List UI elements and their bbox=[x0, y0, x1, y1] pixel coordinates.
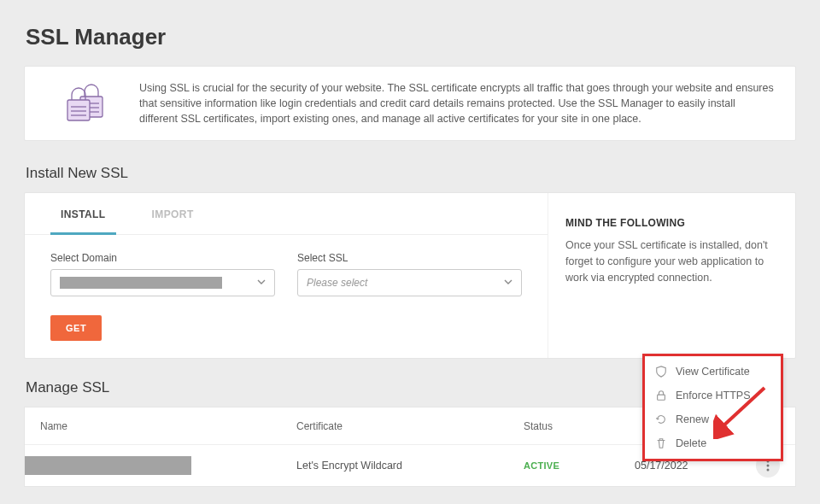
ssl-lock-icon bbox=[38, 81, 108, 126]
row-name-redacted bbox=[25, 456, 191, 475]
svg-rect-11 bbox=[658, 395, 665, 400]
domain-select[interactable] bbox=[50, 269, 275, 296]
row-certificate: Let's Encrypt Wildcard bbox=[296, 460, 524, 472]
menu-view-certificate[interactable]: View Certificate bbox=[645, 360, 781, 384]
sidebar-title: MIND THE FOLLOWING bbox=[565, 217, 773, 229]
col-name: Name bbox=[40, 420, 296, 432]
trash-icon bbox=[655, 437, 667, 449]
status-badge: ACTIVE bbox=[524, 460, 635, 471]
domain-value-redacted bbox=[60, 277, 222, 289]
menu-delete[interactable]: Delete bbox=[645, 431, 781, 455]
menu-enforce-https[interactable]: Enforce HTTPS bbox=[645, 384, 781, 407]
install-card: INSTALL IMPORT Select Domain Select SSL … bbox=[24, 192, 796, 359]
intro-text: Using SSL is crucial for the security of… bbox=[139, 80, 775, 126]
lock-icon bbox=[655, 390, 667, 401]
ssl-placeholder: Please select bbox=[307, 277, 367, 289]
menu-label: Delete bbox=[676, 437, 706, 449]
menu-renew[interactable]: Renew bbox=[645, 407, 781, 431]
row-expires: 05/17/2022 bbox=[635, 460, 737, 472]
install-section-title: Install New SSL bbox=[2, 165, 818, 192]
page-title: SSL Manager bbox=[2, 0, 818, 66]
row-actions-menu: View Certificate Enforce HTTPS Renew Del… bbox=[642, 354, 783, 461]
svg-rect-4 bbox=[67, 100, 90, 120]
ssl-label: Select SSL bbox=[297, 252, 522, 264]
tab-install[interactable]: INSTALL bbox=[50, 193, 116, 235]
install-tabs: INSTALL IMPORT bbox=[25, 193, 548, 235]
ssl-select[interactable]: Please select bbox=[297, 269, 522, 296]
svg-point-9 bbox=[767, 465, 770, 467]
get-button[interactable]: GET bbox=[50, 315, 102, 341]
chevron-down-icon bbox=[257, 278, 266, 288]
domain-label: Select Domain bbox=[50, 252, 275, 264]
shield-icon bbox=[655, 366, 667, 378]
refresh-icon bbox=[655, 413, 667, 425]
svg-point-10 bbox=[767, 469, 770, 472]
chevron-down-icon bbox=[504, 278, 512, 288]
sidebar-text: Once your SSL certificate is installed, … bbox=[565, 237, 773, 285]
menu-label: Enforce HTTPS bbox=[676, 390, 751, 401]
col-certificate: Certificate bbox=[296, 420, 524, 432]
tab-import[interactable]: IMPORT bbox=[142, 193, 204, 234]
menu-label: View Certificate bbox=[676, 366, 750, 378]
col-status: Status bbox=[524, 420, 635, 432]
intro-card: Using SSL is crucial for the security of… bbox=[24, 66, 796, 141]
menu-label: Renew bbox=[676, 413, 709, 425]
install-sidebar: MIND THE FOLLOWING Once your SSL certifi… bbox=[548, 193, 795, 358]
